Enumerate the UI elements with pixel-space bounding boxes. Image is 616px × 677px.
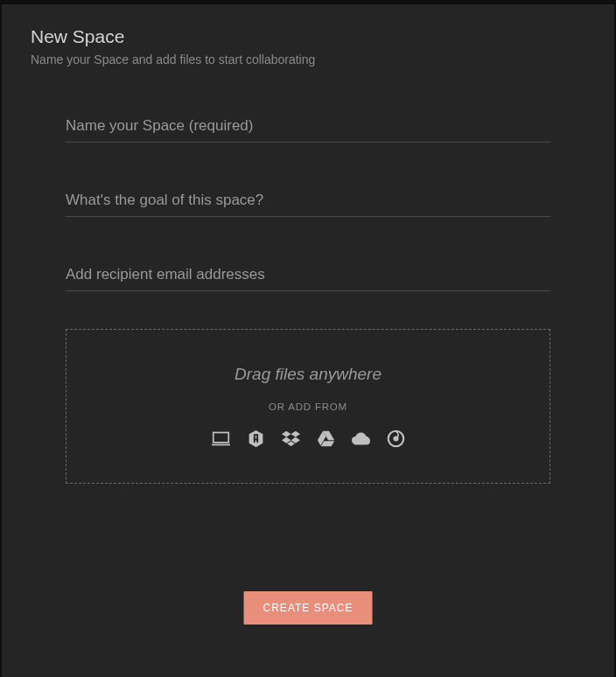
new-space-panel: New Space Name your Space and add files … [2, 4, 614, 677]
header: New Space Name your Space and add files … [2, 4, 614, 75]
svg-marker-11 [287, 442, 295, 447]
other-source-icon[interactable] [387, 429, 405, 448]
svg-rect-0 [213, 433, 228, 443]
source-icons [84, 429, 532, 448]
svg-marker-14 [320, 441, 333, 446]
space-goal-input[interactable] [66, 185, 550, 217]
create-space-button[interactable]: CREATE SPACE [244, 591, 373, 625]
computer-icon[interactable] [212, 429, 230, 448]
dropbox-icon[interactable] [282, 429, 300, 448]
page-subtitle: Name your Space and add files to start c… [31, 52, 585, 66]
form: Drag files anywhere OR ADD FROM [2, 75, 614, 484]
or-add-from-label: OR ADD FROM [84, 401, 532, 412]
page-title: New Space [31, 26, 585, 47]
file-dropzone[interactable]: Drag files anywhere OR ADD FROM [66, 329, 550, 484]
onedrive-icon[interactable] [352, 429, 370, 448]
drag-instruction: Drag files anywhere [84, 365, 532, 384]
space-name-input[interactable] [66, 110, 550, 143]
svg-marker-7 [282, 431, 291, 437]
svg-marker-8 [290, 431, 300, 437]
google-drive-icon[interactable] [317, 429, 335, 448]
svg-rect-5 [253, 439, 257, 441]
hightail-icon[interactable] [247, 429, 265, 448]
recipients-input[interactable] [66, 259, 550, 291]
svg-rect-6 [253, 434, 257, 436]
